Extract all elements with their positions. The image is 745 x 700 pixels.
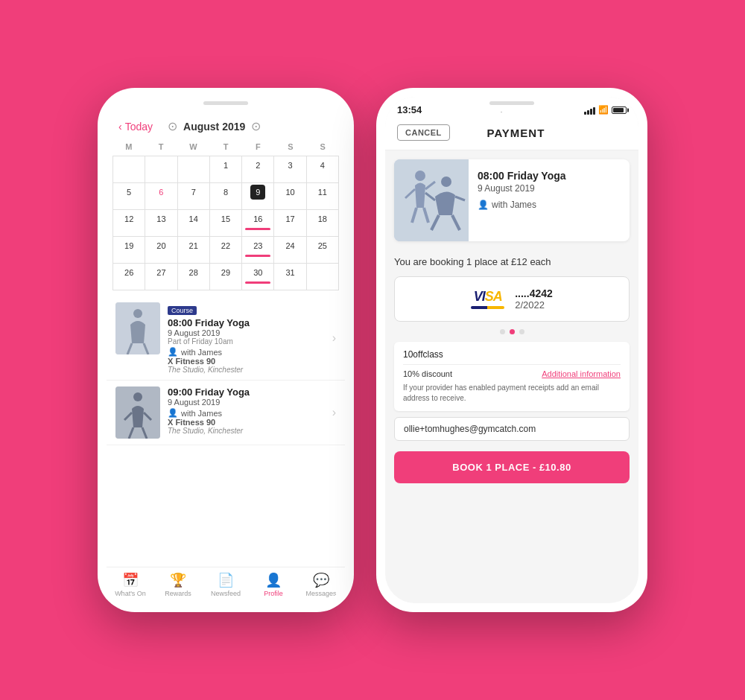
- dot-3: [519, 329, 524, 334]
- email-value: ollie+tomhughes@gymcatch.com: [404, 424, 536, 434]
- cal-cell-6[interactable]: 6: [145, 183, 177, 210]
- cal-cell[interactable]: [307, 264, 339, 290]
- notch-bar-right: [489, 101, 534, 105]
- cal-cell-25[interactable]: 25: [307, 237, 339, 264]
- whats-on-label: What's On: [115, 590, 146, 597]
- payment-card-section[interactable]: VISA .....4242 2/2022: [394, 276, 630, 322]
- cal-cell-31[interactable]: 31: [274, 264, 306, 290]
- cal-cell-24[interactable]: 24: [274, 237, 306, 264]
- nav-rewards[interactable]: 🏆 Rewards: [154, 572, 202, 597]
- cal-cell[interactable]: [113, 156, 145, 183]
- svg-point-5: [133, 392, 142, 401]
- instructor-icon-2: 👤: [168, 408, 178, 418]
- day-header-w: W: [177, 139, 209, 154]
- phone-notch-right: [467, 97, 557, 112]
- rewards-label: Rewards: [165, 590, 191, 597]
- cal-cell-9[interactable]: 9: [242, 183, 274, 210]
- class-location-1: The Studio, Kinchester: [168, 366, 325, 374]
- class-item-2[interactable]: 09:00 Friday Yoga 9 August 2019 👤 with J…: [107, 381, 345, 445]
- class-card: 08:00 Friday Yoga 9 August 2019 👤 with J…: [394, 159, 630, 241]
- cal-cell-5[interactable]: 5: [113, 183, 145, 210]
- signal-bar-3: [590, 109, 592, 115]
- nav-profile[interactable]: 👤 Profile: [250, 572, 297, 597]
- cal-cell[interactable]: [145, 156, 177, 183]
- cal-cell-27[interactable]: 27: [145, 264, 177, 290]
- cal-cell-10[interactable]: 10: [274, 183, 306, 210]
- cal-cell-26[interactable]: 26: [113, 264, 145, 290]
- cal-cell-12[interactable]: 12: [113, 210, 145, 237]
- profile-label: Profile: [264, 590, 283, 597]
- cal-cell-17[interactable]: 17: [274, 210, 306, 237]
- class-title-2: 09:00 Friday Yoga: [168, 386, 325, 398]
- days-header: M T W T F S S: [112, 139, 339, 154]
- cal-cell-28[interactable]: 28: [178, 264, 210, 290]
- signal-bar-1: [584, 112, 586, 115]
- class-item-1[interactable]: Course 08:00 Friday Yoga 9 August 2019 P…: [107, 296, 345, 381]
- cal-cell-1[interactable]: 1: [210, 156, 242, 183]
- back-today-button[interactable]: ‹ Today: [118, 121, 153, 133]
- class-card-info: 08:00 Friday Yoga 9 August 2019 👤 with J…: [469, 159, 630, 241]
- class-card-image: [394, 159, 469, 241]
- cal-cell-22[interactable]: 22: [210, 237, 242, 264]
- card-dots-indicator: [385, 329, 638, 334]
- book-button[interactable]: BOOK 1 PLACE - £10.80: [394, 451, 630, 483]
- additional-info-link[interactable]: Additional information: [542, 369, 621, 378]
- cal-cell-3[interactable]: 3: [274, 156, 306, 183]
- payment-title: PAYMENT: [486, 127, 545, 139]
- svg-point-16: [441, 176, 451, 187]
- cal-cell-13[interactable]: 13: [145, 210, 177, 237]
- booking-info-text: You are booking 1 place at £12 each: [394, 256, 551, 267]
- cal-cell-11[interactable]: 11: [307, 183, 339, 210]
- dot-2-active: [510, 329, 515, 334]
- bottom-nav: 📅 What's On 🏆 Rewards 📄 Newsfeed 👤 Profi…: [107, 567, 345, 603]
- visa-text: VISA: [474, 289, 502, 305]
- class-instructor-2: 👤 with James: [168, 408, 325, 418]
- cal-cell-20[interactable]: 20: [145, 237, 177, 264]
- class-card-title: 08:00 Friday Yoga: [478, 170, 621, 182]
- today-label[interactable]: Today: [125, 121, 153, 133]
- next-month-button[interactable]: ⊙: [251, 119, 261, 133]
- cal-cell[interactable]: [178, 156, 210, 183]
- cal-cell-19[interactable]: 19: [113, 237, 145, 264]
- visa-logo: VISA: [471, 289, 504, 309]
- card-number: .....4242: [515, 287, 553, 299]
- email-field[interactable]: ollie+tomhughes@gymcatch.com: [394, 417, 630, 441]
- day-header-m: M: [112, 139, 145, 154]
- booking-info: You are booking 1 place at £12 each: [385, 250, 638, 276]
- wifi-icon: 📶: [598, 105, 609, 115]
- right-screen-content: 13:54 ↗ 📶: [385, 97, 638, 603]
- cal-cell-2[interactable]: 2: [242, 156, 274, 183]
- day-header-f: F: [242, 139, 274, 154]
- cal-cell-7[interactable]: 7: [178, 183, 210, 210]
- class-thumb-2: [115, 386, 160, 439]
- calendar-grid: M T W T F S S 1 2: [107, 139, 345, 290]
- dot-1: [500, 329, 505, 334]
- instructor-icon: 👤: [478, 200, 489, 210]
- nav-messages[interactable]: 💬 Messages: [297, 572, 345, 597]
- cal-cell-18[interactable]: 18: [307, 210, 339, 237]
- day-header-t2: T: [209, 139, 241, 154]
- messages-icon: 💬: [313, 572, 329, 588]
- cal-cell-15[interactable]: 15: [210, 210, 242, 237]
- promo-code: 10offclass: [403, 349, 621, 365]
- nav-newsfeed[interactable]: 📄 Newsfeed: [202, 572, 250, 597]
- promo-section: 10offclass 10% discount Additional infor…: [394, 342, 630, 411]
- cal-cell-21[interactable]: 21: [178, 237, 210, 264]
- prev-month-button[interactable]: ⊙: [168, 119, 177, 133]
- cancel-button[interactable]: CANCEL: [397, 124, 450, 141]
- back-arrow-icon: ‹: [118, 121, 122, 133]
- cal-cell-14[interactable]: 14: [178, 210, 210, 237]
- cal-cell-8[interactable]: 8: [210, 183, 242, 210]
- cal-cell-16[interactable]: 16: [242, 210, 274, 237]
- class-badge-1: Course: [168, 306, 197, 315]
- promo-row: 10% discount Additional information: [403, 369, 621, 378]
- day-header-s1: S: [274, 139, 306, 154]
- phones-container: ‹ Today ⊙ August 2019 ⊙ M T W T: [98, 88, 647, 612]
- cal-cell-4[interactable]: 4: [307, 156, 339, 183]
- cal-cell-30[interactable]: 30: [242, 264, 274, 290]
- cal-cell-23[interactable]: 23: [242, 237, 274, 264]
- status-icons: 📶: [584, 105, 627, 115]
- phone-notch-left: [181, 97, 270, 112]
- cal-cell-29[interactable]: 29: [210, 264, 242, 290]
- nav-whats-on[interactable]: 📅 What's On: [107, 572, 154, 597]
